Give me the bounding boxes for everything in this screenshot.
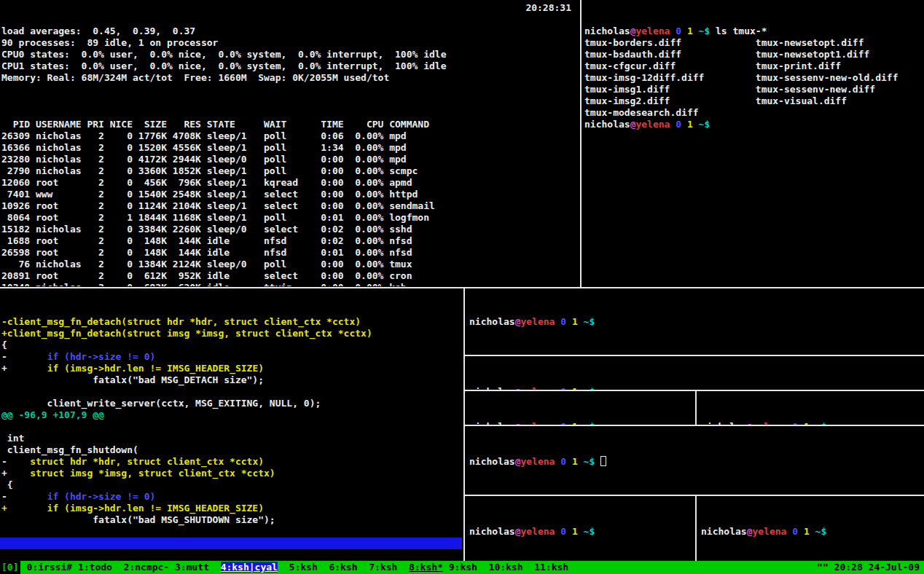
pane-shell-ls[interactable]: nicholas@yelena 0 1 ~$ ls tmux-*tmux-bor… bbox=[584, 2, 923, 286]
terminal-line: tmux-imsg-12diff.diff tmux-sessenv-new-o… bbox=[584, 72, 923, 84]
terminal-line: 12060 root 2 0 456K 796K sleep/1 kqread … bbox=[1, 177, 579, 189]
pane-shell-c1[interactable]: nicholas@yelena 0 1 ~$ bbox=[466, 393, 694, 425]
status-window-7: 7:ksh bbox=[369, 562, 397, 573]
pane-border-ve bbox=[695, 496, 697, 561]
terminal-line: nicholas@yelena 0 1 ~$ bbox=[701, 526, 924, 538]
terminal-line: 15182 nicholas 2 0 3384K 2260K sleep/0 s… bbox=[1, 224, 579, 235]
terminal-line: nicholas@yelena 0 1 ~$ ls tmux-* bbox=[584, 25, 923, 37]
terminal-line: fatalx("bad MSG_DETACH size"); bbox=[1, 374, 462, 386]
pane-border-vertical-top bbox=[580, 0, 582, 288]
status-right: "" 20:28 24-Jul-09 bbox=[817, 561, 924, 574]
pane-emacs-diff[interactable]: -client_msg_fn_detach(struct hdr *hdr, s… bbox=[1, 293, 462, 538]
pane-border-vc bbox=[695, 391, 697, 425]
terminal-line: 76 nicholas 2 0 1384K 2124K sleep/0 poll… bbox=[1, 259, 579, 270]
status-window-8: 8:ksh* bbox=[409, 562, 443, 573]
pane-shell-d-active[interactable]: nicholas@yelena 0 1 ~$ bbox=[466, 428, 923, 495]
terminal-line: client_write_server(cctx, MSG_EXITING, N… bbox=[1, 398, 462, 409]
terminal-line: tmux-imsg1.diff tmux-sessenv-new.diff bbox=[584, 84, 923, 95]
terminal-line: tmux-imsg2.diff tmux-visual.diff bbox=[584, 95, 923, 107]
terminal-line: CPU1 states: 0.0% user, 0.0% nice, 0.0% … bbox=[1, 60, 579, 72]
text-cursor bbox=[600, 456, 606, 466]
terminal-line: +client_msg_fn_detach(struct imsg *imsg,… bbox=[1, 328, 462, 339]
status-window-2: 2:ncmpc- bbox=[124, 562, 170, 573]
terminal-line: nicholas@yelena 0 1 ~$ bbox=[584, 119, 923, 130]
top-process-table: PID USERNAME PRI NICE SIZE RES STATE WAI… bbox=[1, 119, 579, 286]
terminal-line: PID USERNAME PRI NICE SIZE RES STATE WAI… bbox=[1, 119, 579, 130]
pane-shell-e2[interactable]: nicholas@yelena 0 1 ~$ bbox=[698, 498, 924, 559]
terminal-line bbox=[1, 386, 462, 398]
terminal-line: tmux-borders.diff tmux-newsetopt.diff bbox=[584, 37, 923, 49]
terminal-line: -client_msg_fn_detach(struct hdr *hdr, s… bbox=[1, 316, 462, 328]
pane-shell-e1[interactable]: nicholas@yelena 0 1 ~$ bbox=[466, 498, 694, 559]
terminal-line bbox=[1, 84, 579, 95]
terminal-line: client_msg_fn_shutdown( bbox=[1, 444, 462, 456]
terminal-line bbox=[1, 526, 462, 538]
terminal-line: nicholas@yelena 0 1 ~$ bbox=[469, 456, 923, 468]
status-window-0: 0:irssi# bbox=[26, 562, 72, 573]
top-clock: 20:28:31 bbox=[525, 2, 571, 14]
status-window-10: 10:ksh bbox=[489, 562, 523, 573]
terminal-line: 26309 nicholas 2 0 1776K 4708K sleep/1 p… bbox=[1, 130, 579, 142]
shell-a-lines: nicholas@yelena 0 1 ~$ bbox=[469, 316, 923, 328]
terminal-line: 26598 root 2 0 148K 144K idle nfsd 0:01 … bbox=[1, 247, 579, 259]
terminal-line: + struct imsg *imsg, struct client_ctx *… bbox=[1, 468, 462, 479]
shell-e1-lines: nicholas@yelena 0 1 ~$ bbox=[469, 526, 694, 538]
terminal-line: tmux-bsdauth.diff tmux-newsetopt1.diff bbox=[584, 49, 923, 60]
terminal-line: - if (hdr->size != 0) bbox=[1, 351, 462, 363]
pane-shell-c2[interactable]: nicholas@yelena 0 1 ~$ bbox=[698, 393, 924, 425]
terminal-line: int bbox=[1, 433, 462, 444]
terminal-line: load averages: 0.45, 0.39, 0.37 bbox=[1, 25, 579, 37]
status-session: [0] bbox=[0, 561, 20, 574]
terminal-line: @@ -96,9 +107,9 @@ bbox=[1, 409, 462, 421]
terminal-line: 8064 root 2 1 1844K 1168K sleep/1 poll 0… bbox=[1, 212, 579, 224]
terminal-line: tmux-modesearch.diff bbox=[584, 107, 923, 119]
terminal-line: 23280 nicholas 2 0 4172K 2944K sleep/0 p… bbox=[1, 154, 579, 165]
shell-d-lines: nicholas@yelena 0 1 ~$ bbox=[469, 456, 923, 468]
pane-shell-b[interactable]: nicholas@yelena 0 1 ~$ bbox=[466, 358, 923, 390]
terminal-line: + if (imsg->hdr.len != IMSG_HEADER_SIZE) bbox=[1, 503, 462, 514]
emacs-modeline: ----:---F1 tmux-imsg-12diff.diff 17% (13… bbox=[0, 538, 462, 549]
status-window-3: 3:mutt bbox=[175, 562, 209, 573]
pane-border-h1 bbox=[465, 355, 924, 356]
status-window-6: 6:ksh bbox=[329, 562, 357, 573]
terminal-line: - struct hdr *hdr, struct client_ctx *cc… bbox=[1, 456, 462, 468]
terminal-line: 1688 root 2 0 148K 144K idle nfsd 0:02 0… bbox=[1, 235, 579, 247]
status-window-4: 4:ksh|cyal bbox=[221, 562, 278, 573]
terminal-line: 7401 www 2 0 1540K 2548K sleep/1 select … bbox=[1, 189, 579, 200]
terminal-line: Memory: Real: 68M/324M act/tot Free: 166… bbox=[1, 72, 579, 84]
terminal-line: 90 processes: 89 idle, 1 on processor bbox=[1, 37, 579, 49]
terminal-line: 16366 nicholas 2 0 1520K 4556K sleep/1 p… bbox=[1, 142, 579, 154]
status-bar: [0] 0:irssi# 1:todo 2:ncmpc- 3:mutt 4:ks… bbox=[0, 561, 924, 574]
terminal-line: 10926 root 2 0 1124K 2104K sleep/1 selec… bbox=[1, 200, 579, 212]
terminal-line bbox=[1, 421, 462, 433]
pane-border-h2 bbox=[465, 390, 924, 391]
terminal-line: { bbox=[1, 339, 462, 351]
terminal-line: 20891 root 2 0 612K 952K idle select 0:0… bbox=[1, 270, 579, 282]
pane-border-h4 bbox=[465, 495, 924, 496]
terminal-line: CPU0 states: 0.0% user, 0.0% nice, 0.0% … bbox=[1, 49, 579, 60]
pane-border-horizontal-main bbox=[0, 287, 924, 288]
terminal-line: 2790 nicholas 2 0 3360K 1852K sleep/1 po… bbox=[1, 165, 579, 177]
terminal-line: + if (imsg->hdr.len != IMSG_HEADER_SIZE) bbox=[1, 363, 462, 374]
pane-shell-a[interactable]: nicholas@yelena 0 1 ~$ bbox=[466, 290, 923, 355]
pane-top-process-monitor[interactable]: load averages: 0.45, 0.39, 0.3790 proces… bbox=[1, 2, 579, 286]
terminal-line: nicholas@yelena 0 1 ~$ bbox=[469, 316, 923, 328]
terminal-line: fatalx("bad MSG_SHUTDOWN size"); bbox=[1, 514, 462, 526]
status-window-11: 11:ksh bbox=[534, 562, 568, 573]
terminal-line: { bbox=[1, 479, 462, 491]
status-window-9: 9:ksh bbox=[449, 562, 477, 573]
shell-e2-lines: nicholas@yelena 0 1 ~$ bbox=[701, 526, 924, 538]
status-window-list: 0:irssi# 1:todo 2:ncmpc- 3:mutt 4:ksh|cy… bbox=[26, 561, 568, 574]
ls-output: nicholas@yelena 0 1 ~$ ls tmux-*tmux-bor… bbox=[584, 25, 923, 130]
emacs-buffer: -client_msg_fn_detach(struct hdr *hdr, s… bbox=[1, 316, 462, 538]
top-summary: load averages: 0.45, 0.39, 0.3790 proces… bbox=[1, 25, 579, 95]
terminal-line: - if (hdr->size != 0) bbox=[1, 491, 462, 503]
pane-border-h3 bbox=[465, 425, 924, 426]
terminal-line: nicholas@yelena 0 1 ~$ bbox=[469, 526, 694, 538]
status-window-1: 1:todo bbox=[78, 562, 112, 573]
status-window-5: 5:ksh bbox=[289, 562, 318, 573]
terminal-line: tmux-cfgcur.diff tmux-print.diff bbox=[584, 60, 923, 72]
terminal-line: 10340 nicholas 3 0 692K 620K idle ttyin … bbox=[1, 282, 579, 286]
